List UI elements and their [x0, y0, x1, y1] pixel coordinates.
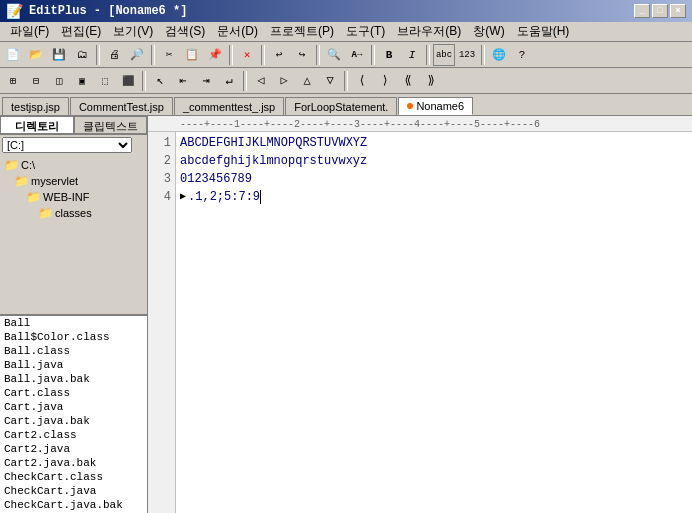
sidebar-tree: 📁 C:\ 📁 myservlet 📁 WEB-INF 📁 classes	[0, 155, 147, 314]
find-button[interactable]: 🔍	[323, 44, 345, 66]
tab-commenttest2[interactable]: _commenttest_.jsp	[174, 97, 284, 115]
text-cursor	[260, 190, 261, 204]
menu-search[interactable]: 검색(S)	[159, 22, 211, 41]
menu-document[interactable]: 문서(D)	[211, 22, 264, 41]
tab-label: ForLoopStatement.	[294, 101, 388, 113]
tree-item-label: myservlet	[31, 175, 78, 187]
file-list-item[interactable]: Cart.java.bak	[0, 414, 147, 428]
folder-icon: 📁	[14, 174, 29, 188]
sidebar-tab-directory[interactable]: 디렉토리	[0, 116, 74, 134]
print-button[interactable]: 🖨	[103, 44, 125, 66]
file-list-item[interactable]: Ball	[0, 316, 147, 330]
tree-item-myservlet[interactable]: 📁 myservlet	[2, 173, 145, 189]
close-button[interactable]: ×	[670, 4, 686, 18]
sidebar-tab-cliptext[interactable]: 클립텍스트	[74, 116, 148, 134]
tb2-btn6[interactable]: ⬛	[117, 70, 139, 92]
tb2-btn4[interactable]: ▣	[71, 70, 93, 92]
help-button[interactable]: ?	[511, 44, 533, 66]
file-list-item[interactable]: CheckCart.java.bak	[0, 498, 147, 512]
cut-button[interactable]: ✂	[158, 44, 180, 66]
tb2-btn2[interactable]: ⊟	[25, 70, 47, 92]
sidebar-tab-bar: 디렉토리 클립텍스트	[0, 116, 147, 135]
drive-select[interactable]: [C:] [D:] [E:]	[2, 137, 132, 153]
line-number: 3	[152, 170, 171, 188]
tab-noname6[interactable]: Noname6	[398, 97, 473, 115]
menu-help[interactable]: 도움말(H)	[511, 22, 576, 41]
tb2-btn18[interactable]: ⟫	[420, 70, 442, 92]
sep2-3	[344, 71, 348, 91]
tb2-btn13[interactable]: △	[296, 70, 318, 92]
print-preview-button[interactable]: 🔎	[126, 44, 148, 66]
tree-item-webinf[interactable]: 📁 WEB-INF	[2, 189, 145, 205]
replace-button[interactable]: A→	[346, 44, 368, 66]
open-button[interactable]: 📂	[25, 44, 47, 66]
file-list-item[interactable]: CheckCart.class	[0, 470, 147, 484]
tb2-btn17[interactable]: ⟪	[397, 70, 419, 92]
minimize-button[interactable]: _	[634, 4, 650, 18]
tab-bar: testjsp.jsp CommentTest.jsp _commenttest…	[0, 94, 692, 116]
tb2-btn11[interactable]: ◁	[250, 70, 272, 92]
code-line-1: ABCDEFGHIJKLMNOPQRSTUVWXYZ	[180, 134, 688, 152]
toolbar-1: 📄 📂 💾 🗂 🖨 🔎 ✂ 📋 📌 ✕ ↩ ↪ 🔍 A→ B I abc 123…	[0, 42, 692, 68]
redo-button[interactable]: ↪	[291, 44, 313, 66]
menu-tools[interactable]: 도구(T)	[340, 22, 391, 41]
save-all-button[interactable]: 🗂	[71, 44, 93, 66]
file-list-item[interactable]: Cart.class	[0, 386, 147, 400]
file-list-item[interactable]: Ball.class	[0, 344, 147, 358]
tab-commenttest[interactable]: CommentTest.jsp	[70, 97, 173, 115]
tb2-btn1[interactable]: ⊞	[2, 70, 24, 92]
title-bar: 📝 EditPlus - [Noname6 *] _ □ ×	[0, 0, 692, 22]
tree-item-c[interactable]: 📁 C:\	[2, 157, 145, 173]
tree-item-classes[interactable]: 📁 classes	[2, 205, 145, 221]
maximize-button[interactable]: □	[652, 4, 668, 18]
file-list-item[interactable]: Cart2.class	[0, 428, 147, 442]
menu-view[interactable]: 보기(V)	[107, 22, 159, 41]
file-list-item[interactable]: CheckCart.java	[0, 484, 147, 498]
tb2-btn8[interactable]: ⇤	[172, 70, 194, 92]
tb2-btn3[interactable]: ◫	[48, 70, 70, 92]
char-table-button[interactable]: abc	[433, 44, 455, 66]
tb2-btn9[interactable]: ⇥	[195, 70, 217, 92]
code-line-2: abcdefghijklmnopqrstuvwxyz	[180, 152, 688, 170]
tb2-btn10[interactable]: ↵	[218, 70, 240, 92]
sep2-2	[243, 71, 247, 91]
menu-window[interactable]: 창(W)	[467, 22, 510, 41]
modified-dot	[407, 103, 413, 109]
menu-project[interactable]: 프로젝트(P)	[264, 22, 340, 41]
arrow-icon: ▶	[180, 188, 186, 206]
line-numbers: 1 2 3 4	[148, 132, 176, 513]
file-list-item[interactable]: Ball$Color.class	[0, 330, 147, 344]
menu-edit[interactable]: 편집(E)	[55, 22, 107, 41]
tb2-btn16[interactable]: ⟩	[374, 70, 396, 92]
bold-button[interactable]: B	[378, 44, 400, 66]
paste-button[interactable]: 📌	[204, 44, 226, 66]
code-area[interactable]: 1 2 3 4 ABCDEFGHIJKLMNOPQRSTUVWXYZ abcde…	[148, 132, 692, 513]
tab-testjsp[interactable]: testjsp.jsp	[2, 97, 69, 115]
file-list-item[interactable]: Ball.java	[0, 358, 147, 372]
save-button[interactable]: 💾	[48, 44, 70, 66]
tb2-btn12[interactable]: ▷	[273, 70, 295, 92]
file-list-item[interactable]: Cart2.java	[0, 442, 147, 456]
tab-forloop[interactable]: ForLoopStatement.	[285, 97, 397, 115]
copy-button[interactable]: 📋	[181, 44, 203, 66]
numpad-button[interactable]: 123	[456, 44, 478, 66]
code-content[interactable]: ABCDEFGHIJKLMNOPQRSTUVWXYZ abcdefghijklm…	[176, 132, 692, 513]
file-list-item[interactable]: Cart2.java.bak	[0, 456, 147, 470]
toolbar-2: ⊞ ⊟ ◫ ▣ ⬚ ⬛ ↖ ⇤ ⇥ ↵ ◁ ▷ △ ▽ ⟨ ⟩ ⟪ ⟫	[0, 68, 692, 94]
delete-button[interactable]: ✕	[236, 44, 258, 66]
sep-2	[151, 45, 155, 65]
italic-button[interactable]: I	[401, 44, 423, 66]
undo-button[interactable]: ↩	[268, 44, 290, 66]
menu-browser[interactable]: 브라우저(B)	[391, 22, 467, 41]
file-list-item[interactable]: Ball.java.bak	[0, 372, 147, 386]
menu-file[interactable]: 파일(F)	[4, 22, 55, 41]
tb2-btn15[interactable]: ⟨	[351, 70, 373, 92]
file-list-item[interactable]: Cart.java	[0, 400, 147, 414]
tb2-btn7[interactable]: ↖	[149, 70, 171, 92]
browser-button[interactable]: 🌐	[488, 44, 510, 66]
ruler-text: ----+----1----+----2----+----3----+----4…	[148, 119, 540, 130]
new-button[interactable]: 📄	[2, 44, 24, 66]
tb2-btn5[interactable]: ⬚	[94, 70, 116, 92]
code-text: 0123456789	[180, 170, 252, 188]
tb2-btn14[interactable]: ▽	[319, 70, 341, 92]
